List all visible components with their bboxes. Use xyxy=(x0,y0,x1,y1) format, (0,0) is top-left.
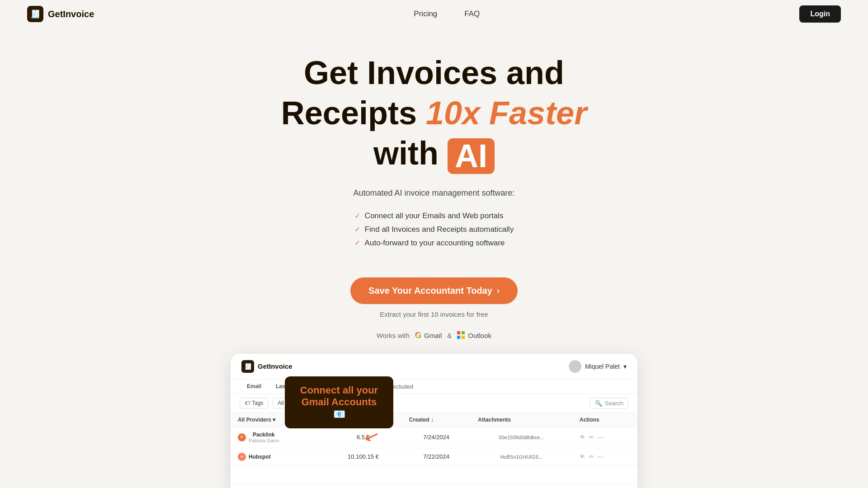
row2-created: 7/22/2024 xyxy=(402,448,471,465)
cta-section: Save Your Accountant Today › Extract you… xyxy=(18,277,850,318)
logo: 🧾 GetInvoice xyxy=(27,6,94,22)
provider-icon-packlink: P xyxy=(238,433,246,441)
tooltip-emoji: 📧 xyxy=(333,408,345,420)
row2-attachment: HuBSo1t1HUIGS... xyxy=(471,448,572,465)
hero-orange-text: 10x Faster xyxy=(426,95,587,131)
cta-button[interactable]: Save Your Accountant Today › xyxy=(350,277,518,304)
tags-button[interactable]: 🏷 Tags xyxy=(240,398,268,408)
nav-pricing[interactable]: Pricing xyxy=(414,9,437,19)
row2-amount: 10,100.15 € xyxy=(325,448,402,465)
logo-icon: 🧾 xyxy=(27,6,43,22)
th-created: Created ↓ xyxy=(402,413,471,427)
feature-item-3: ✓ Auto-forward to your accounting softwa… xyxy=(354,239,514,248)
app-logo: 🧾 GetInvoice xyxy=(241,360,292,373)
nav-faq[interactable]: FAQ xyxy=(464,9,480,19)
works-with: Works with G Gmail & Outlook xyxy=(18,331,850,340)
feature-item-2: ✓ Find all Invoices and Receipts automat… xyxy=(354,225,514,234)
feature-item-1: ✓ Connect all your Emails and Web portal… xyxy=(354,211,514,221)
search-box[interactable]: 🔍 Search xyxy=(590,398,628,409)
view-icon[interactable]: 👁 xyxy=(580,453,585,460)
user-name: Miquel Palet xyxy=(585,363,620,370)
row1-created: 7/24/2024 xyxy=(402,427,471,448)
row1-actions: 👁 ✏ — xyxy=(572,427,637,448)
connect-tooltip: Connect all your Gmail Accounts 📧 ↙ xyxy=(285,376,393,428)
tag-icon: 🏷 xyxy=(245,400,250,406)
provider-icon-hubspot: H xyxy=(238,453,246,461)
table-row xyxy=(231,465,637,483)
check-icon-1: ✓ xyxy=(354,211,360,220)
works-with-outlook: Outlook xyxy=(457,331,491,339)
toolbar-right: 🔍 Search xyxy=(590,398,628,409)
delete-icon[interactable]: — xyxy=(598,453,604,460)
app-header: 🧾 GetInvoice Miquel Palet ▾ xyxy=(231,354,637,380)
edit-icon[interactable]: ✏ xyxy=(589,453,594,460)
navbar: 🧾 GetInvoice Pricing FAQ Login xyxy=(0,0,868,28)
edit-icon[interactable]: ✏ xyxy=(589,434,594,441)
row1-provider: P Packlink Patricia Garni xyxy=(231,427,325,448)
logo-text: GetInvoice xyxy=(48,9,94,19)
app-logo-text: GetInvoice xyxy=(258,362,292,370)
hero-title-line1: Get Invoices and xyxy=(18,55,850,91)
hero-section: Get Invoices and Receipts 10x Faster wit… xyxy=(0,28,868,488)
nav-links: Pricing FAQ xyxy=(414,9,480,19)
works-with-gmail: G Gmail xyxy=(415,331,442,340)
row2-provider: H Hubspot xyxy=(231,448,325,465)
hero-title-line2: Receipts 10x Faster xyxy=(18,95,850,131)
th-row-actions: Actions xyxy=(572,413,637,427)
check-icon-2: ✓ xyxy=(354,225,360,234)
hero-features-list: ✓ Connect all your Emails and Web portal… xyxy=(354,207,514,252)
avatar xyxy=(569,360,581,373)
table-row: P Packlink Patricia Garni 6.5 € 7/24/202… xyxy=(231,427,637,448)
row3-empty xyxy=(231,465,637,483)
delete-icon[interactable]: — xyxy=(598,434,604,441)
app-user: Miquel Palet ▾ xyxy=(569,360,627,373)
th-attachments: Attachments xyxy=(471,413,572,427)
hero-title-line3: with AI xyxy=(18,136,850,174)
outlook-icon xyxy=(457,331,465,339)
search-icon: 🔍 xyxy=(595,400,602,407)
hero-ai-badge: AI xyxy=(448,138,495,174)
table-row: H Hubspot 10,100.15 € 7/22/2024 HuBSo1t1… xyxy=(231,448,637,465)
chevron-down-icon: ▾ xyxy=(623,363,627,370)
view-icon[interactable]: 👁 xyxy=(580,434,585,441)
hero-subtitle: Automated AI invoice management software… xyxy=(18,188,850,198)
tooltip-text: Connect all your Gmail Accounts 📧 xyxy=(296,385,382,420)
check-icon-3: ✓ xyxy=(354,239,360,247)
app-logo-icon: 🧾 xyxy=(241,360,254,373)
gmail-icon: G xyxy=(415,331,421,340)
email-col-header: Email xyxy=(240,380,269,393)
cta-subtext: Extract your first 10 invoices for free xyxy=(380,310,488,318)
login-button[interactable]: Login xyxy=(799,5,841,23)
cta-arrow-icon: › xyxy=(497,286,500,296)
app-preview: 🧾 GetInvoice Miquel Palet ▾ Connect all … xyxy=(231,354,637,488)
row1-attachment: 50e1509d3d8dbce... xyxy=(471,427,572,448)
row2-actions: 👁 ✏ — xyxy=(572,448,637,465)
